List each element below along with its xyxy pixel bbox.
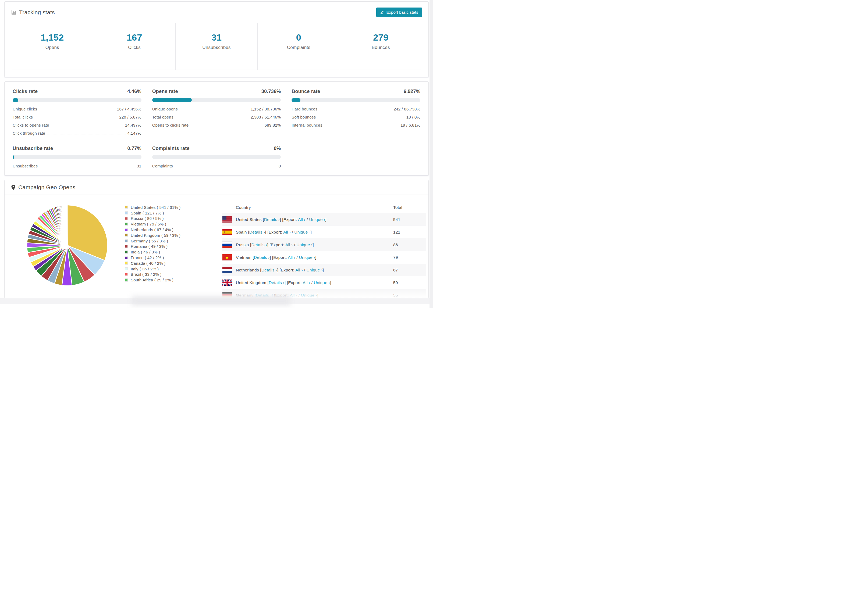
rate-detail-row: Complaints 0 [152,164,281,168]
legend-label: India ( 46 / 3% ) [131,250,160,254]
legend-item: United States ( 541 / 31% ) [125,204,181,210]
summary-stat-value: 31 [176,32,257,43]
legend-color-chip [125,261,128,265]
geo-table-row: Netherlands [Details ›] [Export: All › /… [222,264,426,276]
export-unique-link[interactable]: Unique › [301,293,317,297]
legend-item: Russia ( 86 / 5% ) [125,216,181,222]
rate-detail-row: Click through rate 4.147% [13,131,142,135]
legend-label: Canada ( 40 / 2% ) [131,261,166,266]
rate-progress-fill [13,98,18,102]
rate-detail-label: Total clicks [13,115,33,119]
legend-item: United Kingdom ( 59 / 3% ) [125,233,181,238]
tracking-stats-page: Tracking stats Export basic stats 1,152 … [0,0,433,308]
export-unique-link[interactable]: Unique › [309,217,325,222]
rate-detail-value: 14.497% [125,123,142,127]
rate-detail-label: Hard bounces [291,107,317,111]
legend-color-chip [125,211,128,214]
summary-stat-label: Bounces [340,45,422,50]
rate-detail-value: 18 / 0% [406,115,420,119]
country-total-value: 55 [393,293,426,298]
geo-table-rows: United States [Details ›] [Export: All ›… [222,213,426,298]
legend-label: Russia ( 86 / 5% ) [131,216,164,221]
legend-label: Germany ( 55 / 3% ) [131,239,168,243]
rate-detail-row: Opens to clicks rate 689.82% [152,123,281,127]
country-flag-icon [222,242,232,248]
geo-card-header: Campaign Geo Opens [5,180,428,195]
export-unique-link[interactable]: Unique › [294,230,310,234]
export-basic-stats-button[interactable]: Export basic stats [376,8,422,17]
legend-item: Germany ( 55 / 3% ) [125,238,181,244]
dotted-leader [39,167,135,167]
rate-detail-value: 167 / 4.456% [117,107,142,111]
summary-stat-label: Clicks [93,45,175,50]
rate-detail-value: 242 / 86.738% [394,107,420,111]
legend-item: Canada ( 40 / 2% ) [125,261,181,266]
details-link[interactable]: Details › [249,230,265,234]
export-unique-link[interactable]: Unique › [314,280,330,285]
export-all-link[interactable]: All › [285,242,293,247]
rate-detail-row: Internal bounces 19 / 6.81% [291,123,420,127]
rate-panel: Unsubscribe rate 0.77% Unsubscribes 31 [13,146,142,168]
legend-color-chip [125,267,128,270]
rate-detail-label: Unique opens [152,107,178,111]
geo-opens-card: Campaign Geo Opens United States ( 541 /… [4,180,429,298]
export-all-link[interactable]: All › [302,280,310,285]
rate-panel: Bounce rate 6.927% Hard bounces 242 / 86… [291,89,420,135]
rate-detail-label: Soft bounces [291,115,316,119]
legend-label: South Africa ( 29 / 2% ) [131,278,173,282]
rate-detail-value: 689.82% [265,123,281,127]
rate-detail-row: Soft bounces 18 / 0% [291,115,420,119]
export-button-label: Export basic stats [386,10,418,14]
details-link[interactable]: Details › [254,255,270,259]
export-unique-link[interactable]: Unique › [306,268,323,272]
total-column-header: Total [393,205,426,210]
details-link[interactable]: Details › [269,280,285,285]
rate-detail-value: 1,152 / 30.736% [251,107,281,111]
rate-panel-value: 4.46% [128,89,142,94]
export-all-link[interactable]: All › [298,217,305,222]
export-all-link[interactable]: All › [288,255,295,259]
details-link[interactable]: Details › [252,242,267,247]
legend-label: Netherlands ( 67 / 4% ) [131,227,173,232]
rate-detail-row: Hard bounces 242 / 86.738% [291,107,420,111]
page-title-text: Tracking stats [19,9,55,16]
rate-panel-value: 6.927% [404,89,420,94]
export-all-link[interactable]: All › [290,293,298,297]
rate-detail-row: Unique clicks 167 / 4.456% [13,107,142,111]
legend-color-chip [125,278,128,282]
export-unique-link[interactable]: Unique › [296,242,313,247]
rate-detail-label: Opens to clicks rate [152,123,189,127]
legend-label: Spain ( 121 / 7% ) [131,211,164,215]
dotted-leader [318,118,404,118]
pie-legend: United States ( 541 / 31% ) Spain ( 121 … [125,204,181,283]
dotted-leader [191,126,263,126]
legend-color-chip [125,206,128,209]
summary-stat-value: 1,152 [11,32,93,43]
rate-detail-label: Click through rate [13,131,45,135]
export-unique-link[interactable]: Unique › [299,255,315,259]
export-all-link[interactable]: All › [295,268,303,272]
details-link[interactable]: Details › [261,268,277,272]
geo-opens-table: Country Total United States [Details ›] … [222,202,426,298]
rate-progress-bar [13,155,142,159]
dotted-leader [324,126,398,126]
svg-text:★: ★ [225,255,229,259]
legend-item: Italy ( 36 / 2% ) [125,266,181,272]
legend-label: Vietnam ( 79 / 5% ) [131,222,166,226]
dotted-leader [51,126,123,126]
legend-item: Romania ( 49 / 3% ) [125,244,181,250]
rate-detail-row: Total clicks 220 / 5.87% [13,115,142,119]
location-pin-icon [11,184,16,190]
country-total-value: 541 [393,217,426,222]
details-link[interactable]: Details › [264,217,280,222]
legend-label: United Kingdom ( 59 / 3% ) [131,233,181,237]
tracking-card-header: Tracking stats Export basic stats [11,8,422,17]
export-all-link[interactable]: All › [283,230,291,234]
rate-progress-bar [152,98,281,102]
summary-stat-label: Unsubscribes [176,45,257,50]
summary-stat: 31 Unsubscribes [175,23,257,70]
export-icon [380,10,384,14]
country-total-value: 79 [393,255,426,260]
legend-item: South Africa ( 29 / 2% ) [125,277,181,283]
legend-item: Brazil ( 33 / 2% ) [125,272,181,277]
